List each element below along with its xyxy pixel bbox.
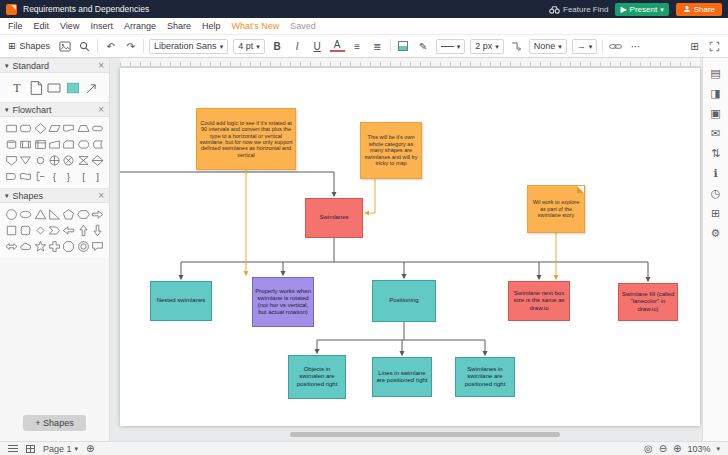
shape-octagon[interactable]	[62, 239, 75, 254]
zoom-out-button[interactable]: ⊖	[659, 444, 667, 454]
node-swimlanes-positioned[interactable]: Swimlanes in swimlane are positioned rig…	[455, 357, 515, 397]
shape-delay[interactable]	[5, 169, 18, 184]
layout-grid-button[interactable]: ⊞	[687, 38, 702, 54]
more-options-button[interactable]: ⋯	[628, 38, 643, 54]
panel-comments-icon[interactable]: ✉	[711, 128, 720, 139]
menu-item-view[interactable]: View	[60, 21, 79, 31]
shape-terminator[interactable]	[91, 121, 104, 136]
shape-bracket-right[interactable]: ]	[91, 169, 104, 184]
node-lines-positioned[interactable]: Lines in swimlane are positioned right	[372, 357, 432, 397]
horizontal-scrollbar[interactable]	[290, 432, 560, 437]
shape-circle[interactable]	[5, 207, 18, 222]
section-header-shapes[interactable]: ▾Shapes×	[0, 188, 109, 203]
node-next-box-size[interactable]: Swimlane next box size is the same as dr…	[508, 281, 570, 321]
shape-plus[interactable]	[48, 239, 61, 254]
node-nested-swimlanes[interactable]: Nested swimlanes	[150, 281, 212, 321]
shape-document[interactable]	[62, 121, 75, 136]
font-size-select[interactable]: 4 pt ▾	[233, 39, 265, 54]
shape-predefined[interactable]	[19, 137, 32, 152]
node-note-rotation-logic[interactable]: Could add logic to see if it's rotated a…	[196, 108, 296, 170]
shape-pentagon[interactable]	[62, 207, 75, 222]
shape-arrow-both[interactable]	[5, 239, 18, 254]
zoom-level[interactable]: 103%	[687, 444, 710, 454]
shape-connector-dot[interactable]	[34, 153, 47, 168]
share-button[interactable]: Share	[676, 3, 722, 16]
connector-type-button[interactable]	[509, 38, 524, 54]
shape-star[interactable]	[34, 239, 47, 254]
zoom-in-button[interactable]: ⊕	[673, 444, 681, 454]
undo-button[interactable]: ↶	[103, 38, 118, 54]
close-icon[interactable]: ×	[98, 190, 104, 201]
toggle-shapes-panel-button[interactable]: ⊞ Shapes	[6, 41, 52, 51]
menu-item-arrange[interactable]: Arrange	[124, 21, 156, 31]
document-title[interactable]: Requirements and Dependencies	[23, 4, 149, 14]
menu-item-file[interactable]: File	[8, 21, 23, 31]
panel-shapes-icon[interactable]: ◨	[710, 88, 720, 99]
menu-item-what-s-new[interactable]: What's New	[231, 21, 279, 31]
shape-ellipse[interactable]	[19, 207, 32, 222]
node-swimlane-fill[interactable]: Swimlane fill (called "lanecolor" in dra…	[618, 283, 678, 321]
menu-item-help[interactable]: Help	[202, 21, 221, 31]
fill-color-button[interactable]	[396, 38, 411, 54]
shape-callout[interactable]	[91, 239, 104, 254]
menu-item-edit[interactable]: Edit	[34, 21, 50, 31]
section-header-standard[interactable]: ▾Standard×	[0, 58, 109, 73]
menu-item-share[interactable]: Share	[167, 21, 191, 31]
insert-image-icon[interactable]	[57, 38, 72, 54]
menu-item-insert[interactable]: Insert	[90, 21, 113, 31]
shape-brace-left[interactable]: {	[48, 169, 61, 184]
shape-filled-rect[interactable]	[64, 78, 82, 97]
line-start-select[interactable]: None ▾	[529, 39, 567, 54]
shape-trapezoid[interactable]	[76, 121, 89, 136]
close-icon[interactable]: ×	[98, 60, 104, 71]
redo-button[interactable]: ↷	[123, 38, 138, 54]
page-grid-icon[interactable]	[26, 445, 35, 453]
bold-button[interactable]: B	[270, 38, 285, 54]
feature-find-button[interactable]: Feature Find	[549, 5, 608, 14]
shape-process[interactable]	[46, 78, 64, 97]
shape-text[interactable]: T	[8, 78, 26, 97]
shape-manual-input[interactable]	[48, 137, 61, 152]
node-objects-positioned[interactable]: Objects in swimalen are positioned right	[288, 355, 346, 399]
shape-internal-storage[interactable]	[34, 137, 47, 152]
panel-data-icon[interactable]: ⇅	[711, 148, 720, 159]
shape-triangle[interactable]	[34, 207, 47, 222]
shape-chevron[interactable]	[48, 223, 61, 238]
close-icon[interactable]: ×	[98, 104, 104, 115]
shape-brace-right[interactable]: }	[62, 169, 75, 184]
shape-collate[interactable]	[76, 153, 89, 168]
stroke-width-select[interactable]: 2 px ▾	[470, 39, 504, 54]
search-icon[interactable]	[77, 38, 92, 54]
panel-document-icon[interactable]: ▤	[710, 68, 720, 79]
shape-merge[interactable]	[19, 153, 32, 168]
page-selector[interactable]: Page 1 ▾	[43, 444, 78, 454]
text-color-button[interactable]: A	[330, 41, 345, 52]
shape-square[interactable]	[5, 223, 18, 238]
shape-stored-data[interactable]	[91, 137, 104, 152]
node-properly-works-rotated[interactable]: Properly works when swimlane is rotated …	[252, 277, 314, 327]
link-icon[interactable]	[608, 38, 623, 54]
app-logo-icon[interactable]	[6, 4, 17, 15]
shape-arrow-ne[interactable]	[83, 78, 101, 97]
shape-arrow-left[interactable]	[62, 223, 75, 238]
shape-right-triangle[interactable]	[48, 207, 61, 222]
shape-ring[interactable]	[76, 239, 89, 254]
shape-sort[interactable]	[91, 153, 104, 168]
underline-button[interactable]: U	[310, 38, 325, 54]
shape-small-diamond[interactable]	[34, 223, 47, 238]
shape-process[interactable]	[5, 121, 18, 136]
shape-or[interactable]	[48, 153, 61, 168]
line-end-select[interactable]: → ▾	[572, 39, 598, 54]
node-swimlanes[interactable]: Swimlanes	[305, 198, 363, 238]
shape-annotation[interactable]	[34, 169, 47, 184]
panel-settings-icon[interactable]: ⚙	[711, 228, 721, 239]
shape-rounded-square[interactable]	[19, 223, 32, 238]
document-list-icon[interactable]	[8, 445, 18, 452]
canvas[interactable]: Could add logic to see if it's rotated a…	[110, 58, 702, 441]
panel-history-icon[interactable]: ◷	[711, 188, 721, 199]
line-style-select[interactable]: ▾	[436, 39, 466, 54]
shape-arrow-right[interactable]	[91, 207, 104, 222]
line-color-button[interactable]: ✎	[416, 38, 431, 54]
shape-card[interactable]	[62, 137, 75, 152]
node-note-own-category[interactable]: This will be it's own whole category as …	[360, 122, 422, 179]
